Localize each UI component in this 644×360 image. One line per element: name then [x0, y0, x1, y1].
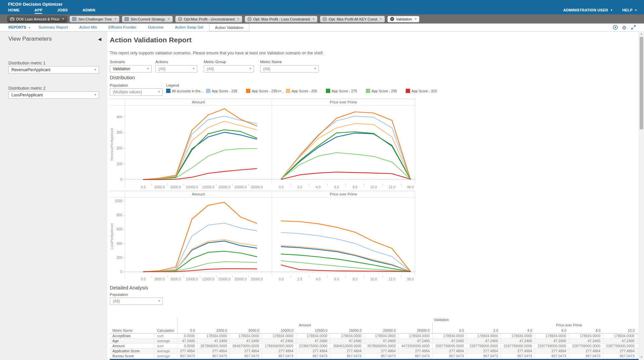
- value-cell: 857.0473: [467, 353, 501, 358]
- scroll-up-icon[interactable]: ▲: [639, 32, 644, 35]
- svg-text:2000.0: 2000.0: [154, 185, 165, 189]
- main-nav: HOMEAPPJOBSADMIN: [8, 8, 95, 14]
- shelf-item-opt-max-profit-unconstrained[interactable]: Opt:Max Profit - Unconstrained▼: [175, 16, 242, 22]
- distribution-metric-2-label: Distribution metric 2: [8, 86, 45, 91]
- reports-menu[interactable]: REPORTS ▼: [8, 24, 31, 31]
- legend-swatch: [166, 89, 170, 93]
- shelf-item-sim-challenger-tree[interactable]: Sim:Challenger Tree▼: [69, 16, 119, 22]
- value-cell: 47.2400: [433, 338, 467, 343]
- distribution-metric-1-label: Distribution metric 1: [8, 61, 45, 65]
- value-cell: 857.0473: [398, 353, 433, 358]
- tab-action-validation[interactable]: Action Validation: [209, 24, 250, 31]
- svg-text:2000.0: 2000.0: [154, 277, 165, 281]
- validation-icon: [390, 17, 394, 21]
- chevron-down-icon: ▼: [314, 66, 316, 72]
- svg-text:15000.0: 15000.0: [218, 185, 231, 189]
- report-tabbar: REPORTS ▼ Summary ReportAction MixEffici…: [0, 24, 644, 32]
- svg-text:6.0: 6.0: [334, 277, 339, 281]
- value-cell: 178934.0000: [535, 333, 569, 338]
- value-cell: 47.2400: [230, 338, 262, 343]
- value-cell: 857.0473: [230, 353, 262, 358]
- svg-text:10.0: 10.0: [370, 185, 377, 189]
- distribution-metric-1-select[interactable]: RevenuePerApplicant▼: [8, 66, 99, 74]
- svg-text:400: 400: [116, 242, 122, 245]
- value-cell: 277.4954: [198, 348, 230, 353]
- tab-efficient-frontier[interactable]: Efficient Frontier: [103, 24, 142, 31]
- svg-text:400: 400: [116, 115, 122, 119]
- value-cell: 178934.0000: [433, 333, 467, 338]
- detailed-population-select[interactable]: (All)▼: [110, 298, 163, 305]
- shelf-item-sim-current-strategy[interactable]: Sim:Current Strategy▼: [122, 16, 173, 22]
- distribution-population-select[interactable]: (Multiple values)▼: [110, 88, 163, 96]
- nav-item-admin[interactable]: ADMIN: [83, 8, 95, 14]
- shelf-item-opt-max-profit-loss-constrained[interactable]: Opt: Max Profit - Loss Constrained▼: [245, 16, 318, 22]
- chevron-down-icon: ▼: [62, 17, 64, 20]
- legend-item[interactable]: App Score - 255: [286, 89, 326, 93]
- chevron-down-icon: ▼: [114, 17, 117, 20]
- column-header: 15000.0: [330, 328, 364, 333]
- fullscreen-icon[interactable]: [631, 25, 636, 31]
- filter-label-metric-name: Metric Name: [260, 60, 282, 64]
- gear-icon[interactable]: ⚙: [622, 25, 627, 30]
- legend-item[interactable]: App Score - 295: [366, 89, 406, 93]
- value-cell: 277.4954: [262, 348, 296, 353]
- chevron-down-icon: ▼: [192, 66, 195, 72]
- scrollbar-thumb[interactable]: [640, 37, 643, 129]
- filter-select-metric-name[interactable]: (All)▼: [260, 65, 319, 73]
- column-header: 25000.0: [398, 328, 433, 333]
- distribution-metric-2-select[interactable]: LossPerApplicant▼: [8, 91, 99, 99]
- shelf-item-validation[interactable]: Validation▼: [387, 16, 419, 22]
- help-menu[interactable]: HELP▼: [622, 8, 637, 12]
- svg-text:99.0: 99.0: [407, 277, 414, 281]
- detailed-analysis-heading: Detailed Analysis: [110, 285, 148, 290]
- table-row: AcceptRatesum0.0000178934.0000178934.000…: [110, 333, 639, 338]
- legend-item[interactable]: App Score - 275: [326, 89, 366, 93]
- svg-text:20000.0: 20000.0: [235, 277, 247, 281]
- value-cell: 857.0473: [603, 353, 637, 358]
- tab-outcome[interactable]: Outcome: [142, 24, 169, 31]
- shelf-item-do6-loan-amount-price[interactable]: DO6 Loan Amount & Price▼: [7, 16, 67, 22]
- tab-summary-report[interactable]: Summary Report: [33, 24, 73, 31]
- shelf-item-opt-max-profit-all-key-const[interactable]: Opt: Max Profit All KEY Const▼: [320, 16, 385, 22]
- tab-action-swap-set[interactable]: Action Swap Set: [169, 24, 209, 31]
- legend-item[interactable]: All accounts in the...: [166, 89, 206, 93]
- svg-text:800: 800: [116, 213, 122, 217]
- svg-text:600: 600: [116, 227, 122, 231]
- filter-select-metric-group[interactable]: (All)▼: [204, 65, 254, 73]
- page-title: Action Validation Report: [110, 36, 192, 44]
- legend-item[interactable]: App Score - 235>=...: [246, 89, 286, 93]
- detailed-analysis-table-wrap: ValidationAmountPrice over PrimeMetric N…: [110, 317, 639, 360]
- value-cell: 857.0473: [177, 353, 198, 358]
- value-cell: 357868000.0000: [198, 343, 230, 348]
- chevron-down-icon: ▼: [635, 9, 637, 12]
- view-parameters-panel: View Parameters ◀ Distribution metric 1 …: [0, 31, 107, 360]
- nav-item-jobs[interactable]: JOBS: [57, 8, 68, 14]
- vertical-scrollbar[interactable]: ▲ ▼: [639, 31, 644, 360]
- svg-text:0: 0: [120, 270, 122, 274]
- value-cell: 277.4954: [433, 348, 467, 353]
- value-cell: 277.4954: [603, 348, 637, 353]
- filter-select-scenario[interactable]: Validation▼: [110, 65, 152, 73]
- calculation-cell: average: [154, 348, 177, 353]
- value-cell: 2287799000.0000: [467, 343, 501, 348]
- user-menu[interactable]: ADMINISTRATION USER▼: [563, 8, 613, 12]
- nav-item-app[interactable]: APP: [35, 8, 43, 14]
- tab-action-mix[interactable]: Action Mix: [73, 24, 103, 31]
- svg-text:5000.0: 5000.0: [170, 277, 181, 281]
- svg-text:15000.0: 15000.0: [218, 277, 231, 281]
- filter-select-actions[interactable]: (All)▼: [155, 65, 197, 73]
- legend-item[interactable]: App Score - 235: [206, 89, 246, 93]
- column-header: 0.0: [177, 328, 198, 333]
- svg-text:25000.0: 25000.0: [251, 185, 263, 189]
- scroll-down-icon[interactable]: ▼: [639, 356, 644, 359]
- collapse-panel-icon[interactable]: ◀: [98, 37, 101, 42]
- value-cell: 277.4954: [398, 348, 433, 353]
- svg-text:99.0: 99.0: [407, 185, 414, 189]
- run-icon[interactable]: [613, 25, 618, 31]
- table-row: Ageaverage47.240047.240047.240047.240047…: [110, 338, 639, 343]
- legend-item[interactable]: App Score - 315: [406, 89, 446, 93]
- svg-text:12500.0: 12500.0: [202, 277, 214, 281]
- column-header: 5000.0: [230, 328, 262, 333]
- chevron-down-icon: ▼: [167, 17, 170, 20]
- nav-item-home[interactable]: HOME: [8, 8, 20, 14]
